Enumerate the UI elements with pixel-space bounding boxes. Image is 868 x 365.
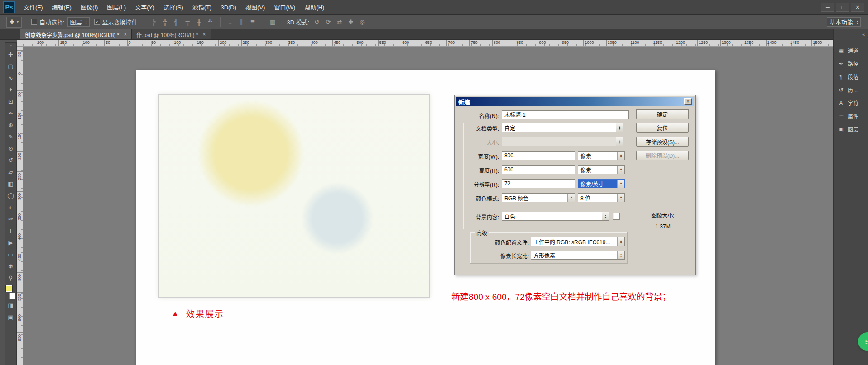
ruler-number: 1400 [767, 40, 777, 45]
bit-depth-select[interactable]: 8 位 ▴▾ [578, 193, 625, 202]
tool-preset-picker[interactable]: ✚ ▾ [6, 17, 22, 28]
align-icon[interactable]: ╠ [148, 19, 159, 25]
document-tab[interactable]: 作.psd @ 100%(RGB/8) * × [132, 29, 211, 39]
tool-button[interactable]: ⊕ [5, 119, 16, 131]
window-control-button[interactable]: □ [836, 3, 849, 12]
tool-button[interactable]: ◨ [5, 299, 16, 311]
3d-mode-icon[interactable]: ✚ [345, 19, 356, 25]
menu-item[interactable]: 文字(Y) [130, 0, 159, 15]
width-unit-select[interactable]: 像素 ▴▾ [578, 151, 625, 160]
tool-icon: ▱ [9, 169, 13, 175]
tool-button[interactable]: ✦ [5, 84, 16, 95]
tool-button[interactable]: ✒ [5, 107, 16, 119]
menu-item[interactable]: 滤镜(T) [188, 0, 216, 15]
tool-button[interactable]: ✚ [5, 48, 16, 60]
menu-item[interactable]: 图层(L) [102, 0, 130, 15]
doctype-select[interactable]: 自定 ▴▾ [502, 123, 623, 132]
tool-button[interactable]: ⚲ [5, 272, 16, 284]
3d-mode-icon[interactable]: ◎ [356, 19, 368, 25]
pixel-aspect-select[interactable]: 方形像素 ▴▾ [531, 251, 625, 260]
distribute-icon[interactable]: ≡ [225, 19, 236, 25]
tool-button[interactable]: ⊡ [5, 95, 16, 107]
tool-button[interactable]: T [5, 225, 16, 237]
save-preset-button[interactable]: 存储预设(S)... [636, 137, 689, 147]
foreground-color-swatch[interactable] [6, 285, 12, 292]
color-mode-select[interactable]: RGB 颜色 ▴▾ [502, 193, 575, 202]
align-icon[interactable]: ╣ [171, 19, 182, 25]
menu-item[interactable]: 图像(I) [76, 0, 102, 15]
color-profile-label: 颜色配置文件: [470, 238, 529, 247]
tab-close-icon[interactable]: × [202, 31, 206, 38]
align-icon[interactable]: ╫ [193, 19, 205, 25]
ruler-number: 800 [494, 40, 500, 45]
tool-button[interactable]: ▶ [5, 237, 16, 248]
background-color-chip[interactable] [613, 213, 620, 220]
tool-button[interactable]: ▣ [5, 311, 16, 323]
vertical-ruler: 5005010015020025030035040045050055060065… [17, 47, 23, 365]
tool-icon: ⊡ [8, 98, 13, 105]
color-profile-select[interactable]: 工作中的 RGB: sRGB IEC619... ▴▾ [531, 237, 625, 246]
name-input[interactable]: 未标题-1 [502, 110, 629, 119]
window-control-button[interactable]: ✕ [851, 3, 864, 12]
tool-button[interactable]: ▭ [5, 248, 16, 260]
distribute-icon[interactable]: ≣ [247, 19, 259, 25]
tool-button[interactable]: ⊙ [5, 142, 16, 154]
menu-item[interactable]: 文件(F) [19, 0, 48, 15]
dock-panel-button[interactable]: ¶ 段落 [834, 70, 868, 83]
tool-button[interactable]: ✑ [5, 213, 16, 225]
tool-button[interactable]: ∿ [5, 72, 16, 84]
menu-item[interactable]: 帮助(H) [300, 0, 329, 15]
resolution-input[interactable]: 72 [502, 179, 575, 188]
menu-item[interactable]: 视图(V) [241, 0, 269, 15]
window-control-button[interactable]: ─ [821, 3, 834, 12]
height-unit-select[interactable]: 像素 ▴▾ [578, 165, 625, 174]
ok-button[interactable]: 确定 [636, 109, 689, 119]
background-contents-label: 背景内容: [455, 213, 499, 222]
auto-select-target-dropdown[interactable]: 图层 ▴▾ [67, 17, 90, 27]
tool-button[interactable]: ◯ [5, 190, 16, 201]
distribute-icon[interactable]: ∥ [236, 19, 247, 25]
ruler-number: 950 [562, 40, 569, 45]
3d-mode-icon[interactable]: ↺ [311, 19, 322, 25]
tool-button[interactable]: ↺ [5, 154, 16, 166]
dock-panel-button[interactable]: ▣ 图层 [834, 123, 868, 136]
workspace-switcher[interactable]: 基本功能 ▴▾ [827, 17, 861, 27]
resolution-unit-select[interactable]: 像素/英寸 ▴▾ [578, 179, 625, 188]
width-input[interactable]: 800 [502, 151, 575, 160]
align-icon[interactable]: ╦ [182, 19, 193, 25]
tool-button[interactable]: ◧ [5, 178, 16, 190]
3d-mode-icon[interactable]: ⇄ [334, 19, 345, 25]
dock-panel-button[interactable]: ↺ 历... [834, 83, 868, 96]
tool-button[interactable]: ▱ [5, 166, 16, 178]
height-input[interactable]: 600 [502, 165, 575, 174]
background-contents-select[interactable]: 白色 ▴▾ [502, 212, 609, 221]
show-transform-checkbox[interactable]: ✓ [94, 19, 100, 25]
tool-button[interactable]: ✎ [5, 131, 16, 142]
menu-item[interactable]: 编辑(E) [48, 0, 76, 15]
tool-icon: ◨ [8, 302, 13, 309]
background-color-swatch[interactable] [9, 293, 15, 299]
auto-align-icon[interactable]: ▦ [267, 19, 278, 25]
dock-panel-button[interactable]: ✒ 路径 [834, 57, 868, 70]
collapse-toolbar-icon[interactable]: » [10, 43, 11, 48]
menu-item[interactable]: 窗口(W) [269, 0, 300, 15]
tool-button[interactable]: ◐ [5, 201, 16, 213]
dialog-close-button[interactable]: × [684, 98, 692, 105]
dock-panel-button[interactable]: ▦ 通道 [834, 44, 868, 57]
expand-dock-icon[interactable]: « [834, 29, 868, 39]
align-icon[interactable]: ╬ [159, 19, 171, 25]
menu-item[interactable]: 3D(D) [216, 0, 241, 15]
auto-select-checkbox[interactable] [31, 19, 37, 25]
tool-button[interactable]: ✾ [5, 260, 16, 272]
ruler-number: 1000 [585, 40, 594, 45]
dock-panel-button[interactable]: ≔ 属性 [834, 109, 868, 123]
align-icon[interactable]: ╩ [205, 19, 216, 25]
dock-panel-button[interactable]: A 字符 [834, 96, 868, 109]
document-tab-active[interactable]: 创意线条字步骤.psd @ 100%(RGB/8) * × [20, 29, 132, 39]
3d-mode-icon[interactable]: ⟳ [322, 19, 334, 25]
tab-close-icon[interactable]: × [124, 31, 127, 38]
reset-button[interactable]: 复位 [636, 123, 689, 133]
combo-arrows-icon: ▴▾ [617, 251, 624, 259]
tool-button[interactable]: ▢ [5, 60, 16, 72]
menu-item[interactable]: 选择(S) [159, 0, 187, 15]
